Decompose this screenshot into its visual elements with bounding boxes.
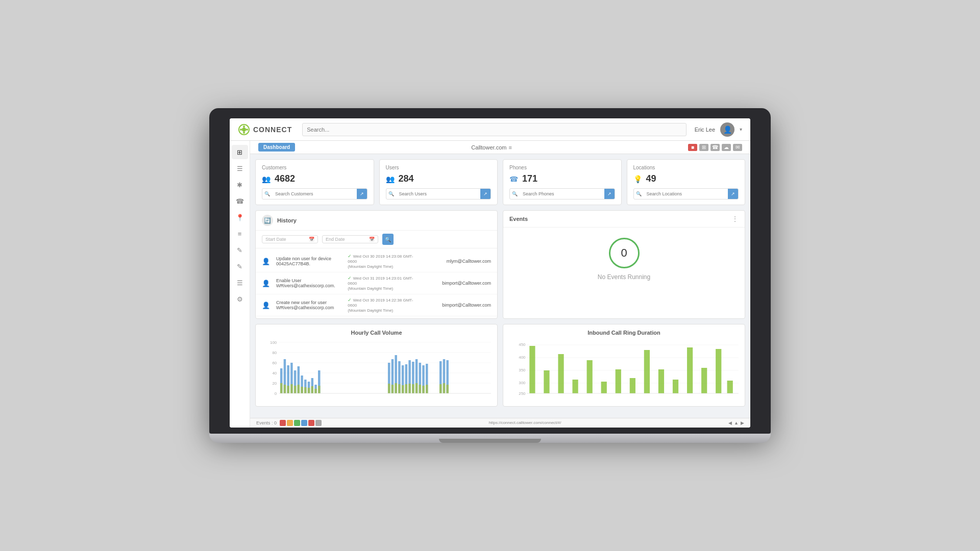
- table-row: 👤 Create new user for user WRivers@cathe…: [256, 294, 497, 316]
- svg-rect-89: [616, 369, 621, 393]
- phones-search-btn[interactable]: ↗: [604, 189, 615, 199]
- search-icon: 🔍: [262, 191, 272, 196]
- sidebar-item-settings[interactable]: ⚙: [232, 292, 248, 306]
- app-container: CONNECT Eric Lee 👤 ▾ ⊞ ☰ ✱: [230, 118, 750, 428]
- mail-icon[interactable]: ✉: [733, 144, 742, 151]
- svg-rect-87: [587, 360, 593, 393]
- events-more-btn[interactable]: ⋮: [731, 215, 739, 223]
- dot-red2: [308, 420, 314, 426]
- grid-icon[interactable]: ⊞: [699, 144, 708, 151]
- dropdown-icon[interactable]: ▾: [740, 127, 742, 132]
- bottom-bar: Events : 0 https://conn: [250, 418, 750, 428]
- users-search-input[interactable]: [396, 190, 481, 197]
- start-date-placeholder: Start Date: [265, 237, 307, 242]
- cloud-icon[interactable]: ☁: [722, 144, 731, 151]
- svg-rect-90: [630, 378, 635, 393]
- svg-point-5: [243, 132, 245, 134]
- customers-value-row: 👥 4682: [262, 173, 368, 184]
- center-label: Calltower.com: [471, 144, 506, 151]
- charts-row: Hourly Call Volume: [255, 324, 745, 407]
- sidebar-item-list[interactable]: ☰: [232, 161, 248, 176]
- phones-search: 🔍 ↗: [509, 188, 615, 199]
- customers-search-input[interactable]: [272, 190, 357, 197]
- avatar: 👤: [720, 122, 734, 137]
- sidebar-item-dashboard[interactable]: ⊞: [232, 145, 248, 159]
- svg-rect-55: [391, 385, 394, 393]
- menu-icon[interactable]: ≡: [508, 144, 511, 151]
- svg-rect-32: [287, 386, 289, 393]
- svg-rect-33: [290, 384, 292, 393]
- app-title: CONNECT: [253, 126, 292, 134]
- svg-rect-36: [301, 387, 303, 393]
- svg-point-2: [240, 129, 242, 131]
- check-icon-0: ✓: [348, 254, 352, 259]
- svg-rect-92: [658, 369, 664, 393]
- svg-rect-91: [644, 350, 650, 393]
- svg-text:80: 80: [272, 351, 277, 355]
- events-label: Events : 0: [256, 420, 277, 425]
- end-date-input[interactable]: End Date 📅: [322, 235, 378, 243]
- nav-next-icon[interactable]: ▶: [741, 420, 744, 425]
- sidebar-item-phone[interactable]: ☎: [232, 194, 248, 208]
- phones-search-icon: 🔍: [510, 191, 520, 196]
- history-timestamp-0: ✓ Wed Oct 30 2019 14:23:08 GMT-0600(Moun…: [348, 254, 419, 269]
- dot-green: [294, 420, 300, 426]
- dashboard-tab[interactable]: Dashboard: [258, 143, 295, 152]
- locations-search: 🔍 ↗: [633, 188, 739, 199]
- locations-search-btn[interactable]: ↗: [728, 189, 738, 199]
- search-input[interactable]: [302, 123, 686, 136]
- bottom-bar-icons: ◀ ▲ ▶: [728, 420, 744, 425]
- sidebar-item-location[interactable]: 📍: [232, 210, 248, 224]
- svg-rect-56: [395, 383, 397, 393]
- phone-icon[interactable]: ☎: [710, 144, 720, 151]
- inbound-chart-area: 450 400 350 300 250: [509, 340, 739, 401]
- svg-text:250: 250: [519, 392, 525, 396]
- locations-search-input[interactable]: [644, 190, 728, 197]
- svg-rect-54: [388, 384, 390, 393]
- svg-point-4: [243, 126, 245, 128]
- customers-icon: 👥: [262, 175, 271, 183]
- sidebar: ⊞ ☰ ✱ ☎ 📍 ≡ ✎ ✎ ☰ ⚙: [230, 141, 250, 428]
- svg-rect-84: [544, 370, 549, 393]
- users-title: Users: [386, 165, 492, 170]
- sidebar-item-pencil[interactable]: ✎: [232, 259, 248, 273]
- svg-rect-88: [601, 382, 607, 393]
- stat-card-customers: Customers 👥 4682 🔍 ↗: [255, 159, 374, 205]
- top-bar-right: Eric Lee 👤 ▾: [695, 122, 742, 137]
- svg-rect-34: [294, 386, 296, 393]
- customers-search: 🔍 ↗: [262, 188, 368, 199]
- history-action-0: Update non user for device 00425AC77B4B.: [276, 256, 348, 266]
- dot-orange: [287, 420, 293, 426]
- phones-search-input[interactable]: [520, 190, 604, 197]
- users-search-btn[interactable]: ↗: [480, 189, 491, 199]
- sidebar-item-reports[interactable]: ☰: [232, 276, 248, 290]
- start-date-input[interactable]: Start Date 📅: [262, 235, 318, 243]
- customers-title: Customers: [262, 165, 368, 170]
- stat-card-phones: Phones ☎ 171 🔍 ↗: [503, 159, 622, 205]
- svg-rect-86: [572, 380, 578, 393]
- screen-bezel: CONNECT Eric Lee 👤 ▾ ⊞ ☰ ✱: [209, 108, 771, 434]
- svg-text:300: 300: [519, 381, 525, 385]
- sidebar-item-menu[interactable]: ≡: [232, 227, 248, 241]
- hourly-chart-title: Hourly Call Volume: [262, 330, 491, 336]
- nav-up-icon[interactable]: ▲: [734, 420, 739, 425]
- history-search-btn[interactable]: 🔍: [382, 234, 394, 245]
- svg-point-3: [246, 129, 248, 131]
- locations-icon: 💡: [633, 175, 642, 183]
- sidebar-item-edit[interactable]: ✎: [232, 243, 248, 257]
- status-red-icon[interactable]: ■: [688, 144, 697, 151]
- dot-blue: [301, 420, 307, 426]
- customers-search-btn[interactable]: ↗: [357, 189, 367, 199]
- sidebar-item-analytics[interactable]: ✱: [232, 178, 248, 192]
- dot-gray: [315, 420, 322, 426]
- top-bar: CONNECT Eric Lee 👤 ▾: [230, 118, 750, 141]
- svg-rect-57: [398, 384, 400, 393]
- svg-rect-95: [701, 368, 707, 393]
- svg-text:40: 40: [272, 371, 277, 375]
- nav-prev-icon[interactable]: ◀: [728, 420, 732, 425]
- users-value-row: 👥 284: [386, 173, 492, 184]
- logo-area: CONNECT: [238, 123, 292, 136]
- svg-rect-93: [673, 380, 678, 393]
- events-card: Events ⋮ 0 No Events Running: [503, 210, 745, 319]
- sub-header: Dashboard Calltower.com ≡ ■ ⊞ ☎ ☁ ✉: [250, 141, 750, 154]
